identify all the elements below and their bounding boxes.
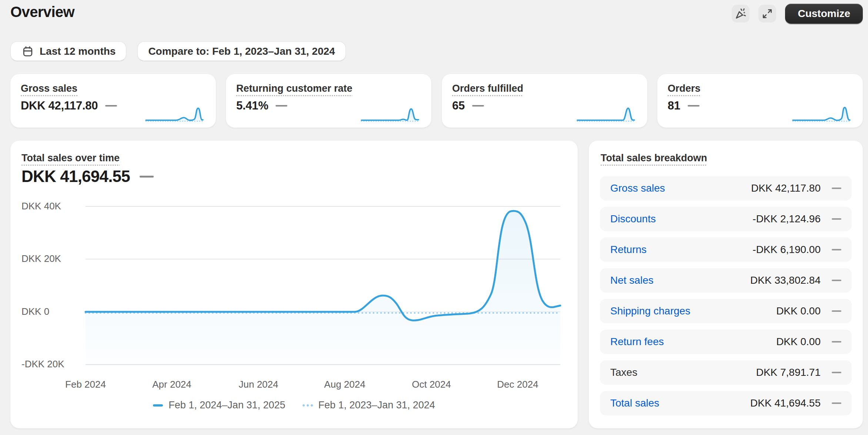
no-change-dash-icon (832, 249, 841, 250)
breakdown-title[interactable]: Total sales breakdown (601, 152, 707, 164)
sparkline-orders (792, 104, 851, 125)
row-value: DKK 33,802.84 (750, 274, 821, 286)
row-value: DKK 42,117.80 (751, 182, 821, 194)
no-change-dash-icon (832, 402, 841, 404)
no-change-dash-icon (832, 188, 841, 189)
row-value: -DKK 2,124.96 (752, 213, 821, 225)
metric-title-returning-customer-rate[interactable]: Returning customer rate (236, 83, 353, 94)
row-link-discounts[interactable]: Discounts (610, 213, 656, 225)
table-row-total-sales: Total sales DKK 41,694.55 (600, 391, 852, 415)
table-row-return-fees: Return fees DKK 0.00 (600, 330, 852, 354)
page-title: Overview (10, 4, 74, 20)
row-link-return-fees[interactable]: Return fees (610, 336, 664, 348)
x-tick: Feb 2024 (50, 379, 121, 390)
no-change-dash-icon (832, 310, 841, 312)
legend-solid-line-icon (153, 404, 163, 407)
row-value: DKK 0.00 (776, 305, 821, 317)
x-tick: Oct 2024 (396, 379, 467, 390)
legend-item-current-period: Feb 1, 2024–Jan 31, 2025 (153, 399, 285, 411)
date-range-label: Last 12 months (40, 45, 116, 57)
no-change-dash-icon (472, 105, 484, 107)
y-tick: -DKK 20K (21, 358, 84, 370)
magic-sparkle-icon (734, 7, 748, 21)
breakdown-rows: Gross sales DKK 42,117.80 Discounts -DKK… (600, 176, 852, 415)
x-tick: Jun 2024 (223, 379, 294, 390)
no-change-dash-icon (276, 105, 287, 107)
no-change-dash-icon (105, 105, 117, 107)
row-link-gross-sales[interactable]: Gross sales (610, 182, 665, 194)
metric-card-orders-fulfilled: Orders fulfilled 65 (442, 74, 647, 128)
x-tick: Apr 2024 (137, 379, 207, 390)
legend-item-comparison-period: Feb 1, 2023–Jan 31, 2024 (303, 399, 435, 411)
metric-value-row: 81 (668, 99, 700, 112)
metric-value: 5.41% (236, 99, 268, 112)
y-tick: DKK 0 (21, 306, 84, 317)
expand-icon[interactable] (758, 5, 776, 23)
metric-value: 65 (452, 99, 465, 112)
metric-title-orders[interactable]: Orders (668, 83, 701, 94)
legend-dotted-line-icon (303, 404, 313, 407)
customize-button[interactable]: Customize (785, 4, 863, 24)
metric-card-orders: Orders 81 (657, 74, 863, 128)
metric-value-row: DKK 42,117.80 (21, 99, 117, 112)
sparkline-orders-fulfilled (576, 104, 635, 125)
table-row-discounts: Discounts -DKK 2,124.96 (600, 207, 852, 231)
metric-value: DKK 42,117.80 (21, 99, 98, 112)
no-change-dash-icon (688, 105, 700, 107)
table-row-returns: Returns -DKK 6,190.00 (600, 237, 852, 262)
legend-label: Feb 1, 2024–Jan 31, 2025 (168, 399, 285, 411)
metric-card-gross-sales: Gross sales DKK 42,117.80 (10, 74, 216, 128)
total-sales-breakdown-card: Total sales breakdown Gross sales DKK 42… (589, 141, 863, 428)
table-row-gross-sales: Gross sales DKK 42,117.80 (600, 176, 852, 200)
overview-page: Overview Customize (0, 0, 868, 435)
legend-label: Feb 1, 2023–Jan 31, 2024 (318, 399, 435, 411)
table-row-shipping-charges: Shipping charges DKK 0.00 (600, 299, 852, 323)
no-change-dash-icon (832, 372, 841, 373)
sparkline-returning-customer-rate (360, 104, 420, 125)
row-link-returns[interactable]: Returns (610, 244, 647, 256)
header-actions: Customize (732, 4, 863, 24)
compare-to-button[interactable]: Compare to: Feb 1, 2023–Jan 31, 2024 (137, 41, 345, 61)
no-change-dash-icon (832, 280, 841, 281)
x-tick: Dec 2024 (483, 379, 553, 390)
row-value: -DKK 6,190.00 (752, 244, 821, 256)
magic-sparkle-icon[interactable] (732, 5, 750, 23)
filter-row: Last 12 months Compare to: Feb 1, 2023–J… (10, 41, 346, 61)
row-value: DKK 7,891.71 (756, 367, 821, 378)
row-link-total-sales[interactable]: Total sales (610, 397, 659, 409)
date-range-button[interactable]: Last 12 months (10, 41, 126, 61)
chart-legend: Feb 1, 2024–Jan 31, 2025 Feb 1, 2023–Jan… (10, 399, 578, 411)
metric-card-returning-customer-rate: Returning customer rate 5.41% (226, 74, 431, 128)
metric-title-orders-fulfilled[interactable]: Orders fulfilled (452, 83, 523, 94)
x-tick: Aug 2024 (310, 379, 380, 390)
sparkline-gross-sales (145, 104, 204, 125)
expand-icon (760, 7, 774, 21)
table-row-net-sales: Net sales DKK 33,802.84 (600, 268, 852, 293)
metric-value-row: 65 (452, 99, 484, 112)
row-value: DKK 41,694.55 (750, 397, 821, 409)
metric-value: 81 (668, 99, 680, 112)
compare-to-label: Compare to: Feb 1, 2023–Jan 31, 2024 (148, 45, 335, 57)
no-change-dash-icon (832, 218, 841, 220)
row-link-net-sales[interactable]: Net sales (610, 274, 654, 286)
table-row-taxes: Taxes DKK 7,891.71 (600, 360, 852, 385)
total-sales-over-time-card: Total sales over time DKK 41,694.55 DKK … (10, 141, 578, 428)
metric-value-row: 5.41% (236, 99, 287, 112)
calendar-icon (21, 45, 34, 58)
y-tick: DKK 20K (21, 253, 84, 264)
row-label-taxes: Taxes (610, 367, 637, 378)
metric-title-gross-sales[interactable]: Gross sales (21, 83, 77, 94)
row-link-shipping-charges[interactable]: Shipping charges (610, 305, 690, 317)
row-value: DKK 0.00 (776, 336, 821, 348)
no-change-dash-icon (832, 341, 841, 343)
y-tick: DKK 40K (21, 200, 84, 212)
